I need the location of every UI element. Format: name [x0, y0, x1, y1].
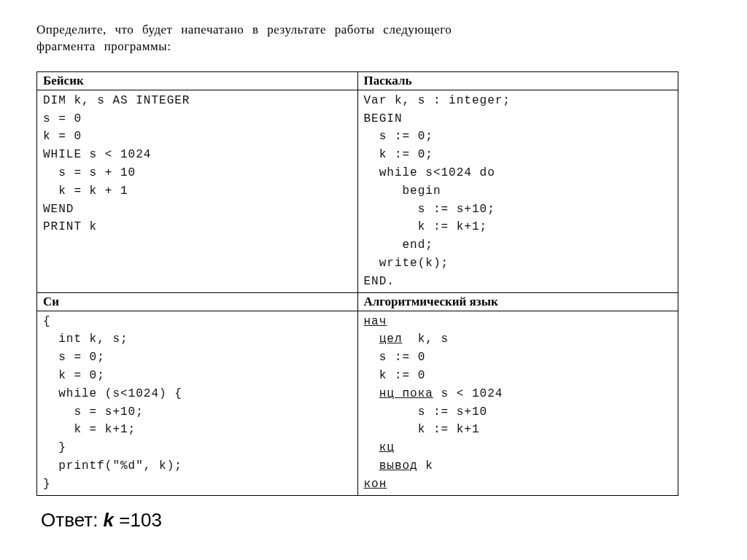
header-pascal: Паскаль: [357, 71, 678, 90]
answer-line: Ответ: k =103: [41, 509, 711, 532]
header-alg: Алгоритмический язык: [357, 292, 678, 311]
code-alg: нач цел k, s s := 0 k := 0 нц пока s < 1…: [357, 311, 678, 495]
prompt-line-1: Определите, что будет напечатано в резул…: [36, 23, 452, 36]
answer-variable: k: [104, 509, 114, 531]
answer-label: Ответ:: [41, 509, 104, 531]
prompt-line-2: фрагмента программы:: [36, 39, 171, 53]
code-comparison-table: Бейсик Паскаль DIM k, s AS INTEGER s = 0…: [36, 71, 678, 496]
header-basic: Бейсик: [37, 71, 358, 90]
header-c: Си: [37, 292, 358, 311]
code-c: { int k, s; s = 0; k = 0; while (s<1024)…: [37, 311, 358, 495]
problem-statement: Определите, что будет напечатано в резул…: [36, 22, 711, 55]
answer-value: =103: [114, 509, 162, 531]
code-pascal: Var k, s : integer; BEGIN s := 0; k := 0…: [357, 90, 678, 292]
code-basic: DIM k, s AS INTEGER s = 0 k = 0 WHILE s …: [37, 90, 358, 292]
